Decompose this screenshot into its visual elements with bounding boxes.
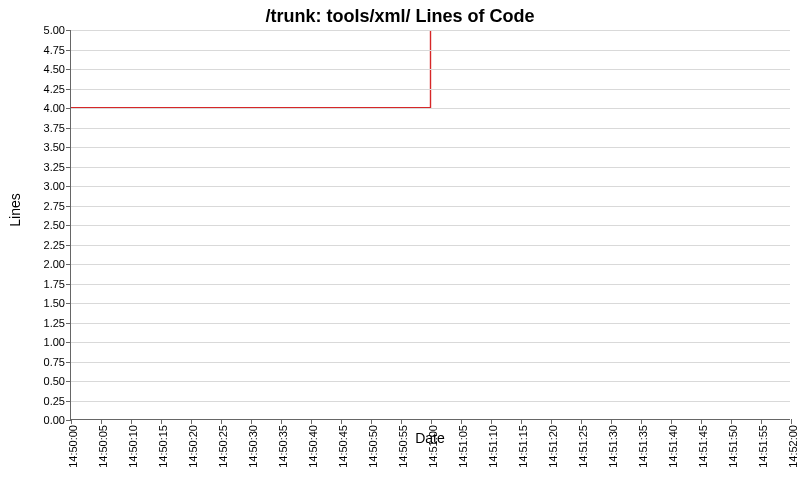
ytick-label: 0.50 (44, 375, 65, 387)
loc-chart: /trunk: tools/xml/ Lines of Code Lines 0… (0, 0, 800, 500)
ytick-label: 3.75 (44, 122, 65, 134)
ytick-mark (66, 186, 71, 187)
gridline-h (71, 381, 790, 382)
gridline-h (71, 206, 790, 207)
ytick-mark (66, 401, 71, 402)
gridline-h (71, 89, 790, 90)
xtick-mark (191, 419, 192, 424)
ytick-mark (66, 167, 71, 168)
ytick-label: 4.25 (44, 83, 65, 95)
xtick-mark (731, 419, 732, 424)
ytick-label: 0.00 (44, 414, 65, 426)
y-axis-label: Lines (6, 0, 24, 420)
ytick-mark (66, 50, 71, 51)
ytick-mark (66, 69, 71, 70)
ytick-label: 1.25 (44, 317, 65, 329)
xtick-mark (341, 419, 342, 424)
ytick-mark (66, 30, 71, 31)
ytick-mark (66, 303, 71, 304)
ytick-mark (66, 264, 71, 265)
gridline-h (71, 264, 790, 265)
ytick-mark (66, 225, 71, 226)
xtick-mark (701, 419, 702, 424)
gridline-h (71, 303, 790, 304)
ytick-label: 2.75 (44, 200, 65, 212)
ytick-label: 3.00 (44, 180, 65, 192)
ytick-mark (66, 245, 71, 246)
gridline-h (71, 69, 790, 70)
xtick-mark (101, 419, 102, 424)
gridline-h (71, 167, 790, 168)
xtick-mark (131, 419, 132, 424)
gridline-h (71, 225, 790, 226)
ytick-mark (66, 128, 71, 129)
ytick-label: 3.50 (44, 141, 65, 153)
ytick-mark (66, 206, 71, 207)
gridline-h (71, 30, 790, 31)
ytick-mark (66, 108, 71, 109)
xtick-mark (461, 419, 462, 424)
xtick-mark (371, 419, 372, 424)
ytick-label: 4.50 (44, 63, 65, 75)
ytick-mark (66, 323, 71, 324)
ytick-label: 1.50 (44, 297, 65, 309)
ytick-mark (66, 284, 71, 285)
xtick-mark (611, 419, 612, 424)
xtick-mark (311, 419, 312, 424)
ytick-mark (66, 147, 71, 148)
xtick-mark (431, 419, 432, 424)
xtick-mark (521, 419, 522, 424)
ytick-label: 4.75 (44, 44, 65, 56)
xtick-mark (491, 419, 492, 424)
xtick-mark (71, 419, 72, 424)
xtick-mark (551, 419, 552, 424)
gridline-h (71, 284, 790, 285)
ytick-label: 5.00 (44, 24, 65, 36)
gridline-h (71, 401, 790, 402)
xtick-mark (221, 419, 222, 424)
ytick-label: 2.00 (44, 258, 65, 270)
ytick-label: 3.25 (44, 161, 65, 173)
ytick-mark (66, 381, 71, 382)
gridline-h (71, 128, 790, 129)
ytick-mark (66, 362, 71, 363)
gridline-h (71, 245, 790, 246)
gridline-h (71, 108, 790, 109)
ytick-label: 4.00 (44, 102, 65, 114)
xtick-mark (791, 419, 792, 424)
ytick-mark (66, 342, 71, 343)
xtick-mark (641, 419, 642, 424)
ytick-mark (66, 89, 71, 90)
ytick-label: 2.25 (44, 239, 65, 251)
xtick-mark (671, 419, 672, 424)
x-axis-label: Date (70, 430, 790, 446)
chart-title: /trunk: tools/xml/ Lines of Code (0, 6, 800, 27)
gridline-h (71, 186, 790, 187)
xtick-mark (401, 419, 402, 424)
plot-area: 0.000.250.500.751.001.251.501.752.002.25… (70, 30, 790, 420)
xtick-mark (161, 419, 162, 424)
xtick-mark (761, 419, 762, 424)
xtick-mark (251, 419, 252, 424)
gridline-h (71, 50, 790, 51)
ytick-label: 0.25 (44, 395, 65, 407)
ytick-label: 1.75 (44, 278, 65, 290)
gridline-h (71, 342, 790, 343)
xtick-mark (581, 419, 582, 424)
xtick-mark (281, 419, 282, 424)
ytick-label: 2.50 (44, 219, 65, 231)
ytick-label: 0.75 (44, 356, 65, 368)
ytick-label: 1.00 (44, 336, 65, 348)
gridline-h (71, 147, 790, 148)
gridline-h (71, 323, 790, 324)
gridline-h (71, 362, 790, 363)
